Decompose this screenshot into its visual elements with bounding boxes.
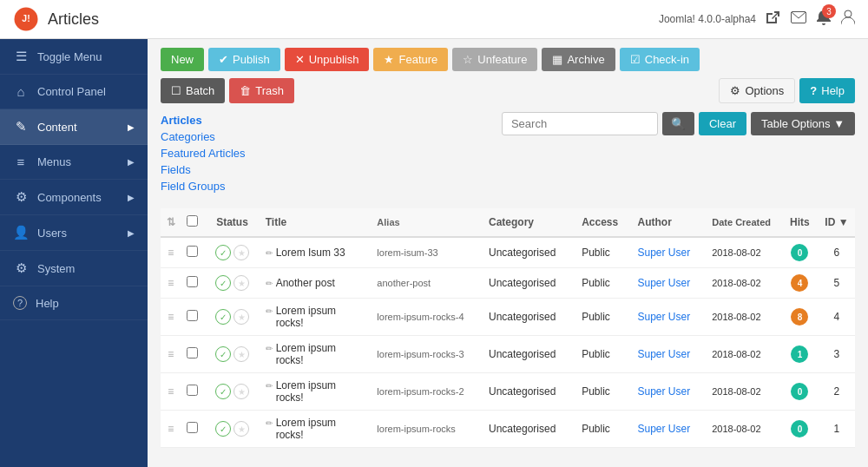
select-all-checkbox[interactable] (187, 215, 198, 227)
table-options-button[interactable]: Table Options ▼ (751, 112, 855, 135)
article-title-link[interactable]: ✏ Lorem Isum 33 (266, 247, 367, 259)
menus-icon: ≡ (13, 155, 29, 169)
row-checkbox-cell[interactable] (181, 268, 205, 299)
publish-status-icon[interactable]: ✓ (215, 309, 231, 325)
new-button[interactable]: New (161, 48, 204, 71)
publish-status-icon[interactable]: ✓ (215, 245, 231, 260)
submenu-fields[interactable]: Fields (161, 161, 246, 178)
search-bar: 🔍 Clear Table Options ▼ (502, 112, 855, 135)
help-toolbar-button[interactable]: ? Help (799, 78, 855, 103)
edit-pencil-icon: ✏ (266, 248, 273, 258)
email-icon[interactable] (791, 11, 806, 27)
external-link-icon[interactable] (766, 10, 780, 28)
article-title-link[interactable]: ✏ Lorem ipsum rocks! (266, 417, 367, 441)
access-cell: Public (576, 373, 632, 411)
publish-status-icon[interactable]: ✓ (215, 384, 231, 399)
submenu-categories[interactable]: Categories (161, 128, 246, 145)
search-input[interactable] (502, 112, 658, 135)
star-icon: ★ (384, 53, 394, 66)
submenu-field-groups[interactable]: Field Groups (161, 178, 246, 194)
article-title-link[interactable]: ✏ Another post (266, 277, 367, 289)
row-checkbox-cell[interactable] (181, 299, 205, 336)
sidebar: ☰ Toggle Menu ⌂ Control Panel ✎ Content … (0, 39, 148, 467)
page-title: Articles (48, 10, 99, 29)
drag-handle[interactable]: ≡ (161, 299, 181, 336)
row-checkbox-cell[interactable] (181, 411, 205, 448)
archive-button[interactable]: ▦ Archive (542, 48, 615, 71)
notification-icon[interactable]: 3 (817, 10, 831, 29)
sidebar-item-menus[interactable]: ≡ Menus ▶ (0, 145, 148, 180)
publish-status-icon[interactable]: ✓ (215, 346, 231, 362)
status-cell: ✓ ★ (204, 268, 260, 299)
feature-status-icon[interactable]: ★ (233, 275, 249, 291)
trash-button[interactable]: 🗑 Trash (229, 78, 294, 103)
row-checkbox[interactable] (187, 276, 198, 287)
sidebar-item-components[interactable]: ⚙ Components ▶ (0, 180, 148, 215)
feature-status-icon[interactable]: ★ (233, 346, 249, 362)
unfeature-button[interactable]: ☆ Unfeature (452, 48, 537, 71)
author-link[interactable]: Super User (637, 311, 690, 323)
drag-handle[interactable]: ≡ (161, 336, 181, 373)
article-title: Lorem ipsum rocks! (276, 417, 367, 441)
sidebar-item-label: System (37, 262, 75, 275)
article-title-link[interactable]: ✏ Lorem ipsum rocks! (266, 379, 367, 404)
sidebar-item-label: Control Panel (37, 85, 106, 98)
user-icon[interactable] (841, 10, 855, 29)
th-id[interactable]: ID ▼ (819, 208, 855, 237)
row-checkbox-cell[interactable] (181, 336, 205, 373)
feature-status-icon[interactable]: ★ (233, 421, 249, 437)
author-link[interactable]: Super User (637, 348, 690, 360)
status-cell: ✓ ★ (204, 299, 260, 336)
batch-button[interactable]: ☐ Batch (161, 78, 225, 103)
publish-button[interactable]: ✔ Publish (208, 48, 280, 71)
sidebar-item-help[interactable]: ? Help (0, 286, 148, 320)
sidebar-item-users[interactable]: 👤 Users ▶ (0, 215, 148, 251)
author-link[interactable]: Super User (637, 247, 690, 259)
drag-handle[interactable]: ≡ (161, 411, 181, 448)
row-checkbox-cell[interactable] (181, 237, 205, 268)
feature-button[interactable]: ★ Feature (373, 48, 448, 71)
author-link[interactable]: Super User (637, 277, 690, 289)
feature-status-icon[interactable]: ★ (233, 309, 249, 325)
drag-handle[interactable]: ≡ (161, 268, 181, 299)
hits-badge: 0 (791, 383, 808, 400)
author-link[interactable]: Super User (637, 423, 690, 435)
row-checkbox[interactable] (187, 385, 198, 396)
th-author: Author (632, 208, 707, 237)
publish-status-icon[interactable]: ✓ (215, 421, 231, 437)
sidebar-item-control-panel[interactable]: ⌂ Control Panel (0, 75, 148, 109)
search-button[interactable]: 🔍 (662, 112, 694, 135)
options-button[interactable]: ⚙ Options (719, 78, 795, 103)
author-link[interactable]: Super User (637, 385, 690, 398)
sidebar-item-content[interactable]: ✎ Content ▶ (0, 109, 148, 145)
feature-status-icon[interactable]: ★ (233, 384, 249, 399)
th-title[interactable]: Title (260, 208, 372, 237)
id-cell: 5 (819, 268, 855, 299)
article-title-link[interactable]: ✏ Lorem ipsum rocks! (266, 305, 367, 329)
drag-handle[interactable]: ≡ (161, 237, 181, 268)
submenu: Articles Categories Featured Articles Fi… (161, 112, 246, 194)
joomla-version: Joomla! 4.0.0-alpha4 (659, 13, 756, 25)
row-checkbox[interactable] (187, 246, 198, 257)
submenu-featured-articles[interactable]: Featured Articles (161, 145, 246, 161)
article-title-link[interactable]: ✏ Lorem ipsum rocks! (266, 342, 367, 366)
articles-table: ⇅ Status Title Alias Category Access Aut… (161, 208, 855, 448)
row-checkbox[interactable] (187, 310, 198, 321)
row-checkbox[interactable] (187, 422, 198, 433)
sidebar-item-toggle-menu[interactable]: ☰ Toggle Menu (0, 39, 148, 75)
th-checkbox[interactable] (181, 208, 205, 237)
clear-button[interactable]: Clear (699, 112, 746, 135)
hits-cell: 1 (781, 336, 819, 373)
row-checkbox-cell[interactable] (181, 373, 205, 411)
title-cell: ✏ Another post (260, 268, 372, 299)
row-checkbox[interactable] (187, 347, 198, 358)
publish-status-icon[interactable]: ✓ (215, 275, 231, 291)
alias-cell: lorem-ipsum-rocks (372, 411, 483, 448)
unpublish-button[interactable]: ✕ Unpublish (285, 48, 370, 71)
checkin-button[interactable]: ☑ Check-in (620, 48, 700, 71)
feature-status-icon[interactable]: ★ (233, 245, 249, 260)
th-access: Access (576, 208, 632, 237)
drag-handle[interactable]: ≡ (161, 373, 181, 411)
sidebar-item-system[interactable]: ⚙ System (0, 251, 148, 286)
submenu-articles[interactable]: Articles (161, 112, 246, 128)
